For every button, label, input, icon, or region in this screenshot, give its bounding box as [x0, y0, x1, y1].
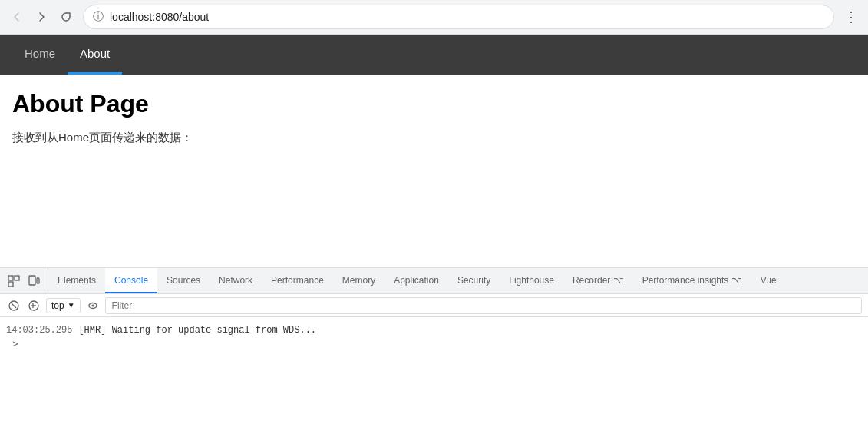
inspect-element-icon[interactable] — [5, 272, 23, 290]
console-message: [HMR] Waiting for update signal from WDS… — [78, 323, 316, 337]
back-button[interactable] — [6, 6, 28, 28]
tab-recorder[interactable]: Recorder ⌥ — [563, 268, 633, 293]
device-toolbar-icon[interactable] — [25, 272, 43, 290]
svg-rect-3 — [29, 276, 35, 285]
devtools-tab-bar: Elements Console Sources Network Perform… — [0, 268, 868, 294]
devtools-panel: Elements Console Sources Network Perform… — [0, 267, 868, 444]
tab-network[interactable]: Network — [210, 268, 262, 293]
eye-icon-button[interactable] — [85, 298, 101, 313]
tab-application[interactable]: Application — [384, 268, 448, 293]
tab-console[interactable]: Console — [105, 268, 157, 293]
browser-chrome: ⓘ ⋮ — [0, 0, 868, 35]
svg-rect-4 — [37, 278, 39, 283]
tab-elements[interactable]: Elements — [48, 268, 105, 293]
browser-toolbar: ⓘ ⋮ — [0, 0, 868, 34]
console-toolbar: top ▼ — [0, 294, 868, 317]
devtools-icon-bar — [0, 268, 48, 293]
filter-toggle-button[interactable] — [26, 298, 41, 313]
chevron-down-icon: ▼ — [68, 301, 75, 310]
tab-lighthouse[interactable]: Lighthouse — [500, 268, 563, 293]
browser-menu-button[interactable]: ⋮ — [840, 6, 862, 28]
context-selector[interactable]: top ▼ — [46, 298, 81, 313]
console-prompt: > — [6, 337, 862, 352]
url-input[interactable] — [110, 11, 824, 23]
nav-about[interactable]: About — [68, 35, 122, 75]
console-output: 14:03:25.295 [HMR] Waiting for update si… — [0, 317, 868, 358]
console-timestamp: 14:03:25.295 — [6, 323, 72, 337]
address-bar[interactable]: ⓘ — [83, 5, 834, 29]
context-label: top — [51, 300, 64, 311]
svg-rect-1 — [15, 276, 19, 280]
svg-rect-2 — [8, 282, 13, 287]
console-line: 14:03:25.295 [HMR] Waiting for update si… — [6, 323, 862, 337]
tab-security[interactable]: Security — [448, 268, 500, 293]
page-subtitle: 接收到从Home页面传递来的数据： — [12, 131, 856, 145]
svg-line-6 — [12, 303, 16, 308]
page-content: About Page 接收到从Home页面传递来的数据： — [0, 75, 868, 161]
console-filter-input[interactable] — [105, 297, 862, 314]
reload-button[interactable] — [55, 6, 77, 28]
forward-button[interactable] — [31, 6, 52, 28]
svg-point-11 — [91, 304, 94, 306]
svg-rect-0 — [8, 276, 13, 280]
nav-home[interactable]: Home — [12, 35, 68, 75]
tab-vue[interactable]: Vue — [751, 268, 786, 293]
tab-performance-insights[interactable]: Performance insights ⌥ — [633, 268, 751, 293]
clear-console-button[interactable] — [6, 298, 21, 313]
app-navbar: Home About — [0, 35, 868, 75]
tab-memory[interactable]: Memory — [333, 268, 384, 293]
nav-buttons — [6, 6, 77, 28]
tab-sources[interactable]: Sources — [157, 268, 210, 293]
tab-performance[interactable]: Performance — [262, 268, 333, 293]
lock-icon: ⓘ — [93, 10, 104, 24]
page-title: About Page — [12, 90, 856, 118]
